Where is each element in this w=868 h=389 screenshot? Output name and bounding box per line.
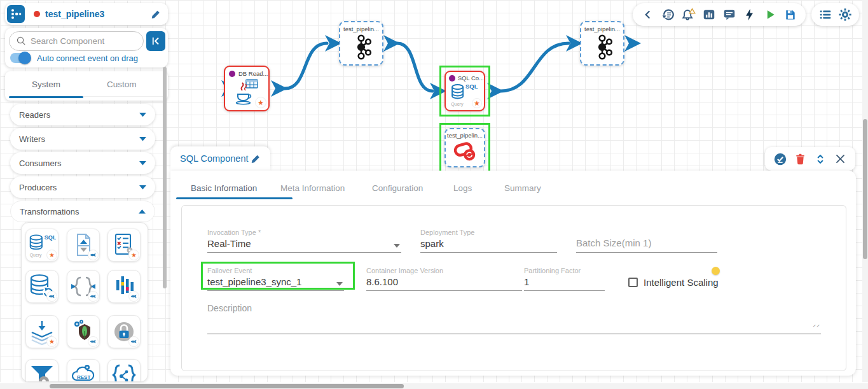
funnel-icon [29, 362, 55, 382]
list-view-button[interactable] [817, 6, 834, 23]
node-kafka-1[interactable]: test_pipelin... [339, 21, 383, 66]
node-kafka-2[interactable]: test_pipelin... [580, 21, 624, 66]
star-badge-icon [46, 336, 57, 347]
delete-button[interactable] [792, 151, 808, 167]
alerts-button[interactable] [680, 6, 697, 23]
deployment-type-field[interactable]: Deployment Type spark [420, 229, 557, 253]
pipeline-title: test_pipeline3 [45, 9, 151, 19]
bar-chart-icon [702, 8, 716, 22]
spark-badge-icon [128, 291, 139, 302]
comments-button[interactable] [721, 6, 738, 23]
sidebar-tabs: System Custom [5, 71, 168, 101]
component-tile-file-repartition[interactable] [67, 229, 100, 262]
resize-handle-icon[interactable]: ⸍⸍ [811, 324, 820, 332]
trigger-button[interactable] [741, 6, 758, 23]
canvas-toolbar [633, 3, 806, 26]
tab-system[interactable]: System [32, 80, 60, 89]
component-tile-json-parser[interactable] [67, 270, 100, 303]
settings-button[interactable] [837, 6, 853, 23]
component-tile-deduplicate[interactable] [25, 315, 59, 348]
canvas-menu [811, 3, 859, 26]
play-icon [764, 8, 776, 21]
back-button[interactable] [640, 6, 656, 23]
canvas-vscroll-track[interactable] [862, 0, 868, 382]
pipeline-editor: DB Read... test_pipelin... SQL Co... [0, 0, 868, 389]
alert-bell-icon [681, 7, 696, 22]
batch-size-field[interactable]: Batch Size(min 1) [576, 229, 717, 253]
run-button[interactable] [762, 6, 778, 23]
edit-component-icon[interactable] [251, 153, 261, 164]
spark-badge-icon [88, 250, 99, 260]
node-label: test_pipelin... [581, 22, 623, 32]
collapse-sidebar-button[interactable] [146, 31, 165, 51]
edit-pipeline-icon[interactable] [151, 9, 162, 20]
container-image-version-field[interactable]: Container Image Version 8.6.100 [366, 267, 522, 291]
chevron-down-icon [139, 161, 146, 166]
svg-text:Query: Query [30, 253, 42, 258]
sidebar-section-consumers[interactable]: Consumers [10, 152, 155, 174]
search-input[interactable] [31, 36, 132, 46]
node-sync-event[interactable]: test_pipelin... [444, 128, 485, 167]
svg-text:Query: Query [451, 102, 464, 107]
auto-connect-toggle[interactable] [10, 53, 31, 63]
partitioning-factor-field[interactable]: Partitioning Factor 1 [524, 267, 605, 291]
node-db-reader[interactable]: DB Read... [224, 66, 270, 111]
component-tile-funnel[interactable] [25, 359, 59, 382]
active-tab-indicator [9, 96, 83, 98]
check-circle-icon [773, 152, 787, 166]
tab-configuration[interactable]: Configuration [372, 183, 423, 193]
component-tile-rest-api[interactable]: REST [67, 359, 100, 382]
node-sql[interactable]: SQL Co... SQL Query [444, 71, 485, 111]
validate-button[interactable] [772, 151, 789, 167]
description-textarea[interactable]: Description ⸍⸍ [207, 301, 821, 334]
sync-link-icon [451, 139, 479, 162]
component-search-card: Auto connect event on drag [5, 28, 168, 67]
sidebar-section-transformations[interactable]: Transformations [10, 201, 155, 222]
component-title-pill: SQL Component [170, 146, 270, 171]
tab-basic-information[interactable]: Basic Information [191, 183, 257, 193]
basic-information-form: Invocation Type * Real-Time Deployment T… [181, 205, 846, 371]
chevron-up-icon [139, 209, 146, 214]
star-badge-icon [46, 250, 57, 260]
sidebar-section-readers[interactable]: Readers [10, 104, 155, 125]
spark-badge-icon [128, 336, 139, 347]
chevron-down-icon [139, 137, 146, 141]
failover-event-select[interactable]: Failover Event test_pipeline3_sync_1 [207, 267, 344, 291]
sidebar-scrollbar[interactable] [163, 67, 167, 288]
caret-down-icon [394, 244, 400, 248]
canvas-hscroll-track[interactable] [0, 383, 868, 389]
monitoring-button[interactable] [701, 6, 717, 23]
save-floppy-icon [784, 8, 797, 21]
star-badge-icon [472, 98, 482, 108]
info-badge-icon[interactable] [712, 267, 720, 275]
resize-panel-button[interactable] [812, 151, 829, 167]
tab-summary[interactable]: Summary [504, 183, 541, 193]
spark-badge-icon [46, 291, 57, 302]
component-config-panel: Basic Information Meta Information Confi… [170, 171, 856, 376]
tab-logs[interactable]: Logs [453, 183, 472, 193]
component-tile-sql-query[interactable]: SQL Query [25, 229, 59, 262]
pipeline-status-dot [34, 11, 40, 17]
canvas-vscroll-thumb[interactable] [863, 119, 867, 259]
node-label: test_pipelin... [340, 22, 382, 32]
rest-api-icon: REST [70, 362, 97, 382]
canvas-hscroll-thumb[interactable] [50, 384, 404, 388]
tab-meta-information[interactable]: Meta Information [280, 183, 345, 193]
component-tile-encrypt[interactable] [107, 315, 141, 348]
component-tile-field-splitter[interactable] [107, 270, 141, 303]
node-label: SQL Co... [458, 74, 484, 81]
component-tile-db-refresh[interactable] [25, 270, 59, 303]
close-panel-button[interactable] [832, 151, 848, 167]
sidebar-section-producers[interactable]: Producers [10, 176, 155, 198]
component-tile-rules[interactable] [107, 229, 141, 262]
save-button[interactable] [782, 6, 799, 23]
star-badge-icon [128, 250, 139, 260]
component-tile-mongodb[interactable] [67, 315, 100, 348]
history-button[interactable] [660, 6, 677, 23]
kafka-icon [350, 34, 372, 60]
intelligent-scaling-checkbox[interactable] [628, 278, 638, 287]
component-tile-custom-code[interactable] [107, 359, 141, 382]
tab-custom[interactable]: Custom [107, 80, 137, 89]
invocation-type-select[interactable]: Invocation Type * Real-Time [207, 229, 401, 253]
sidebar-section-writers[interactable]: Writers [10, 128, 155, 150]
